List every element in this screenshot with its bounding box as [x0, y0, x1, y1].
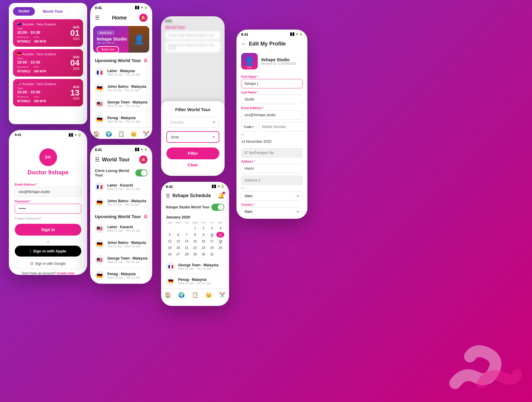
tab-outlet[interactable]: Outlet	[13, 7, 35, 16]
menu-icon[interactable]: ☰	[166, 193, 170, 199]
or-divider: or	[15, 240, 81, 244]
calendar-day[interactable]: 30	[200, 251, 207, 257]
nav-globe[interactable]: 🌍	[178, 292, 185, 298]
calendar-day[interactable]: 24	[208, 245, 216, 251]
tab-world-tour[interactable]: World Tour	[37, 7, 69, 16]
nav-crown[interactable]: 👑	[130, 131, 137, 137]
calendar-day[interactable]: 31	[208, 251, 216, 257]
wt-johor: 🇩🇪 Johor Bahru · Malaysia Thu 12 Jun · T…	[90, 195, 152, 210]
email-input[interactable]	[15, 187, 81, 197]
nav-scissors[interactable]: ✂️	[219, 292, 226, 298]
calendar-day[interactable]: 22	[191, 245, 199, 251]
flag-george: 🇲🇾	[95, 99, 104, 108]
calendar: January 2020 SunMonTueWedThuFriSat 12345…	[161, 213, 229, 260]
nav-calendar[interactable]: 📋	[118, 131, 124, 137]
clear-button[interactable]: Clear	[166, 163, 219, 167]
google-signin-button[interactable]: G Sign in with Google	[15, 258, 81, 269]
upcoming-george: 🇲🇾 George Town · Malaysia Wed 15 Jan · T…	[90, 252, 152, 268]
calendar-day[interactable]: 3	[208, 225, 216, 231]
city-wt-johor: Johor Bahru · Malaysia	[107, 199, 147, 203]
menu-icon[interactable]: ☰	[95, 156, 100, 163]
calendar-day	[183, 225, 191, 231]
calendar-day[interactable]: 26	[166, 251, 174, 257]
calendar-day[interactable]: 21	[183, 245, 191, 251]
calendar-day[interactable]: 16	[200, 238, 207, 244]
first-name-input[interactable]	[241, 79, 303, 88]
forgot-password-link[interactable]: Forgot Password?	[15, 217, 81, 220]
calendar-day[interactable]: 1	[191, 225, 199, 231]
address-input[interactable]	[241, 164, 303, 173]
mobile-input[interactable]	[259, 122, 307, 132]
world-tour-toggle[interactable]	[135, 169, 147, 176]
schedule-toggle[interactable]	[211, 204, 224, 211]
address2-input[interactable]	[241, 176, 303, 185]
email-input[interactable]	[241, 110, 303, 120]
world-tour-header: ☰ World Tour 🔔	[90, 153, 152, 166]
code-select[interactable]: Code ▼	[241, 122, 257, 132]
calendar-day[interactable]: 29	[191, 251, 199, 257]
country-select[interactable]: Country ▼	[166, 117, 219, 128]
month-select[interactable]: June ▼	[166, 131, 219, 143]
menu-icon[interactable]: ☰	[95, 14, 100, 21]
calendar-day[interactable]: 4	[216, 225, 224, 231]
calendar-day[interactable]: 17	[208, 238, 216, 244]
calendar-day[interactable]: 7	[183, 232, 191, 238]
tour-item-george: 🇲🇾 George Town · Malaysia Wed 15 Jan · T…	[90, 96, 152, 112]
calendar-day	[166, 225, 174, 231]
calendar-day[interactable]: 18	[216, 238, 224, 244]
filter-button[interactable]: Filter	[166, 147, 219, 159]
nav-crown[interactable]: 👑	[205, 292, 212, 298]
phone-schedule: 9:41 ▊▊ ✦ 🔋 ☰ 9shape Schedule 🔔 9shape S…	[161, 182, 229, 306]
create-now-link[interactable]: Create now	[57, 271, 74, 275]
flag-lahor: 🇫🇷	[95, 68, 104, 77]
back-button[interactable]: ←	[241, 41, 246, 47]
nav-globe[interactable]: 🌍	[106, 131, 112, 137]
calendar-day[interactable]: 27	[174, 251, 182, 257]
calendar-day[interactable]: 6	[174, 232, 182, 238]
calendar-day[interactable]: 19	[166, 245, 174, 251]
first-name-label: First Name *	[241, 75, 303, 78]
city-lahor: Lahor · Malaysia	[107, 69, 147, 73]
upcoming-lahor: 🇲🇾 Lahor · Karachi Wed 15 Jan · Thu 16 J…	[90, 221, 152, 236]
book-now-button[interactable]: Book now	[97, 46, 119, 53]
calendar-day[interactable]: 12	[166, 238, 174, 244]
filter-title: Filter World Tour	[166, 107, 219, 112]
nav-calendar[interactable]: 📋	[192, 292, 198, 298]
edit-badge[interactable]: Edit	[241, 66, 258, 69]
apple-signin-button[interactable]:  Sign in with Apple	[15, 246, 81, 257]
calendar-day[interactable]: 28	[183, 251, 191, 257]
calendar-day[interactable]: 23	[200, 245, 207, 251]
calendar-day[interactable]: 14	[183, 238, 191, 244]
calendar-day[interactable]: 8	[191, 232, 199, 238]
blurred-city2: George Town Malaysia Wad 15 Jan 16 Jan	[168, 43, 218, 50]
notification-icon[interactable]: 🔔	[139, 155, 147, 164]
status-time: 9:41	[95, 148, 102, 152]
calendar-day[interactable]: 25	[216, 245, 224, 251]
ic-input[interactable]	[241, 148, 303, 158]
calendar-day[interactable]: 10	[208, 232, 216, 238]
password-input[interactable]	[15, 204, 81, 214]
calendar-day[interactable]: 2	[200, 225, 207, 231]
nav-home[interactable]: 🏠	[165, 292, 171, 298]
calendar-day[interactable]: 11	[216, 232, 224, 238]
notification-icon[interactable]: 🔔	[139, 14, 147, 22]
calendar-day[interactable]: 13	[174, 238, 182, 244]
calendar-day[interactable]: 9	[200, 232, 207, 238]
calendar-day[interactable]: 20	[174, 245, 182, 251]
status-icons: ▊▊ ✦ 🔋	[212, 185, 224, 189]
nav-home[interactable]: 🏠	[93, 131, 100, 137]
state-select[interactable]: Alam ▼	[241, 191, 303, 201]
country-select[interactable]: Alam ▼	[241, 207, 303, 215]
status-time: 9:41	[95, 6, 102, 10]
city-johor: Johor Bahru · Malaysia	[107, 85, 147, 89]
tour-item-lahor: 🇫🇷 Lahor · Malaysia Wed 15 Jan · Thu 16 …	[90, 65, 152, 80]
password-label: Password *	[15, 200, 81, 203]
calendar-day[interactable]: 5	[166, 232, 174, 238]
filter-icon[interactable]: ☰	[144, 214, 147, 219]
calendar-day[interactable]: 15	[191, 238, 199, 244]
signin-button[interactable]: Sign in	[15, 224, 81, 236]
nav-scissors[interactable]: ✂️	[143, 131, 149, 137]
last-name-input[interactable]	[241, 95, 303, 104]
filter-icon[interactable]: ☰	[144, 58, 147, 63]
phone-home: 9:41 ▊▊ ✦ 🔋 ☰ Home 🔔 World tour 9shape S…	[90, 3, 152, 139]
